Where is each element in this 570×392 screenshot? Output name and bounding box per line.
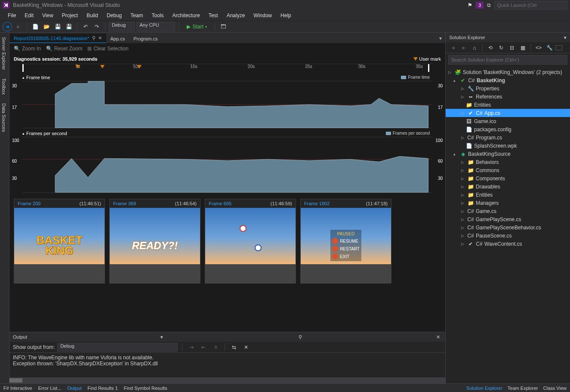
thumbnail-1[interactable]: Frame 369(11:46:54) READY?! [109, 199, 200, 284]
status-tab-find1[interactable]: Find Results 1 [87, 386, 117, 391]
menu-build[interactable]: Build [82, 11, 102, 20]
collapse-icon[interactable]: ⊟ [507, 43, 517, 52]
status-tab-solution-explorer[interactable]: Solution Explorer [466, 386, 502, 391]
menu-team[interactable]: Team [126, 11, 147, 20]
pin-icon[interactable]: ⚲ [92, 35, 96, 41]
menu-window[interactable]: Window [249, 11, 276, 20]
panel-dropdown-icon[interactable]: ▾ [158, 333, 165, 340]
menu-project[interactable]: Project [58, 11, 82, 20]
panel-dropdown-icon[interactable]: ▾ [564, 35, 567, 40]
tree-project-basketking[interactable]: ▴✔C#BasketKing [446, 76, 570, 84]
tab-data-sources[interactable]: Data Sources [0, 99, 8, 136]
notification-badge[interactable]: 3 [476, 2, 484, 9]
home-icon[interactable]: ⌂ [470, 43, 479, 52]
selection-end-handle[interactable] [428, 64, 429, 72]
tree-item[interactable]: 📁Entities [446, 101, 570, 109]
status-tab-output[interactable]: Output [67, 386, 81, 391]
selection-start-handle[interactable] [22, 64, 24, 72]
menu-architecture[interactable]: Architecture [168, 11, 204, 20]
browse-icon[interactable]: 🗔 [219, 22, 228, 31]
properties-icon[interactable]: 🔧 [545, 43, 554, 52]
tree-item[interactable]: ▷C#PauseScene.cs [446, 231, 570, 240]
thumbnail-2[interactable]: Frame 665(11:46:59) [205, 199, 296, 284]
close-icon[interactable]: ✕ [435, 333, 442, 340]
output-icon-3[interactable]: ≡ [211, 343, 220, 352]
toggle-wrap-icon[interactable]: ⇆ [229, 343, 239, 352]
menu-test[interactable]: Test [204, 11, 222, 20]
menu-file[interactable]: File [3, 11, 20, 20]
status-tab-findsym[interactable]: Find Symbol Results [124, 386, 167, 391]
feedback-icon[interactable]: ⧉ [487, 2, 491, 8]
back-button[interactable]: ◄ [3, 22, 12, 31]
menu-debug[interactable]: Debug [102, 11, 126, 20]
thumbnail-3[interactable]: Frame 1802(11:47:18) PAUSED RESUME RESTA… [300, 199, 391, 284]
config-select[interactable]: Debug [109, 22, 135, 31]
se-back-icon[interactable]: ◄ [448, 43, 458, 52]
tab-toolbox[interactable]: Toolbox [0, 74, 8, 99]
status-tab-team-explorer[interactable]: Team Explorer [508, 386, 538, 391]
clear-selection-button[interactable]: ⊞Clear Selection [87, 46, 128, 52]
thumbnail-0[interactable]: Frame 200(11:46:51) BASKETKING [14, 199, 105, 284]
status-tab-class-view[interactable]: Class View [543, 386, 567, 391]
show-all-icon[interactable]: ▦ [518, 43, 527, 52]
start-button[interactable]: ▶ Start ▾ [182, 24, 211, 30]
undo-icon[interactable]: ↶ [81, 22, 90, 31]
redo-icon[interactable]: ↷ [92, 22, 102, 31]
save-icon[interactable]: 💾 [53, 22, 62, 31]
tree-item[interactable]: 📄packages.config [446, 125, 570, 133]
reset-zoom-button[interactable]: 🔍Reset Zoom [46, 46, 82, 52]
tree-item[interactable]: ▷📁Behaviors [446, 158, 570, 166]
tree-item[interactable]: ▷📁Entities [446, 191, 570, 199]
tree-project-source[interactable]: ▴◈BasketKingSource [446, 150, 570, 158]
output-icon-1[interactable]: ⇥ [187, 343, 196, 352]
solution-search-input[interactable] [448, 55, 567, 65]
tree-item[interactable]: ▷C#GamePlayScene.cs [446, 215, 570, 223]
tree-item[interactable]: ▷C#Program.cs [446, 133, 570, 142]
output-icon-2[interactable]: ⇤ [199, 343, 208, 352]
platform-select[interactable]: Any CPU [136, 22, 175, 31]
zoom-in-button[interactable]: 🔍Zoom In [14, 46, 41, 52]
tree-item[interactable]: ▷📁Components [446, 174, 570, 182]
menu-view[interactable]: View [38, 11, 58, 20]
tree-item[interactable]: ▷📁Drawables [446, 182, 570, 191]
code-icon[interactable]: <> [534, 43, 543, 52]
tree-item[interactable]: 📄SplashScreen.wpk [446, 142, 570, 150]
status-tab-errors[interactable]: Error List... [38, 386, 62, 391]
se-fwd-icon[interactable]: ► [459, 43, 468, 52]
tab-server-explorer[interactable]: Server Explorer [0, 33, 8, 74]
tree-item[interactable]: ▷C#GamePlaySceneBehavior.cs [446, 223, 570, 231]
save-all-icon[interactable]: 💾 [64, 22, 74, 31]
tree-item[interactable]: ▷📁Commons [446, 166, 570, 174]
menu-analyze[interactable]: Analyze [222, 11, 250, 20]
menu-help[interactable]: Help [276, 11, 296, 20]
tab-program-cs[interactable]: Program.cs [129, 34, 162, 43]
horizontal-scrollbar[interactable] [9, 377, 445, 383]
time-ruler[interactable]: 5s 10s 15s 20s 25s 30s 35s [22, 64, 432, 74]
tab-diagsession[interactable]: Report20160505-1146.diagsession* ⚲ ✕ [9, 34, 106, 43]
clear-output-icon[interactable]: ✕ [241, 343, 251, 352]
tree-item[interactable]: 🖼Game.ico [446, 117, 570, 125]
tab-app-cs[interactable]: App.cs [106, 34, 129, 43]
new-project-icon[interactable]: 📄 [31, 22, 40, 31]
doc-dropdown-icon[interactable]: ▾ [436, 34, 445, 43]
menu-tools[interactable]: Tools [148, 11, 168, 20]
menu-edit[interactable]: Edit [20, 11, 38, 20]
sync-icon[interactable]: ⟲ [486, 43, 495, 52]
tree-item[interactable]: ▷C#Game.cs [446, 207, 570, 215]
tree-item[interactable]: ▷▪▪References [446, 93, 570, 101]
tree-solution-root[interactable]: ▷🧩Solution 'BasketKing_Windows' (2 proje… [446, 68, 570, 76]
status-tab-fsi[interactable]: F# Interactive [3, 386, 32, 391]
quick-launch-input[interactable] [494, 1, 567, 9]
tree-item-app-cs[interactable]: ▷✔C#App.cs [446, 109, 570, 117]
forward-button[interactable]: ► [14, 22, 23, 31]
preview-icon[interactable] [555, 45, 562, 50]
pin-icon[interactable]: ⚲ [297, 333, 304, 340]
output-source-select[interactable]: Debug [57, 343, 178, 352]
open-icon[interactable]: 📂 [42, 22, 51, 31]
close-icon[interactable]: ✕ [98, 35, 102, 41]
tree-item[interactable]: ▷✔C#WaveContent.cs [446, 240, 570, 248]
tree-item[interactable]: ▷🔧Properties [446, 84, 570, 93]
tree-item[interactable]: ▷📁Managers [446, 199, 570, 207]
flag-icon[interactable]: ⚑ [468, 2, 472, 8]
refresh-icon[interactable]: ↻ [496, 43, 506, 52]
